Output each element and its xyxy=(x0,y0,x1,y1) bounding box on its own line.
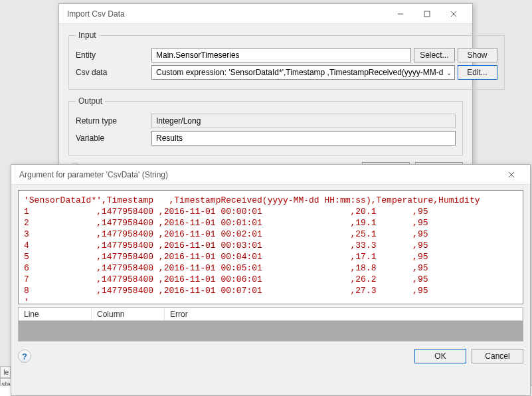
cancel-button[interactable]: Cancel xyxy=(472,349,523,363)
input-legend: Input xyxy=(76,31,99,40)
dialog-title: Argument for parameter 'CsvData' (String… xyxy=(19,170,498,179)
select-button[interactable]: Select... xyxy=(414,48,454,62)
output-fieldset: Output Return type Integer/Long Variable… xyxy=(68,96,463,155)
bg-fragment-le: le xyxy=(0,366,11,378)
rettype-field: Integer/Long xyxy=(151,114,456,128)
csvdata-argument-dialog: Argument for parameter 'CsvData' (String… xyxy=(11,164,531,396)
show-button[interactable]: Show xyxy=(458,48,497,62)
error-table-header: Line Column Error xyxy=(19,308,523,321)
chevron-down-icon: ⌄ xyxy=(444,69,452,76)
csvdata-label: Csv data xyxy=(76,68,149,77)
ok-button[interactable]: OK xyxy=(414,349,466,363)
svg-rect-1 xyxy=(424,11,430,17)
rettype-label: Return type xyxy=(76,116,149,126)
close-button[interactable] xyxy=(440,5,467,23)
col-error[interactable]: Error xyxy=(165,308,523,320)
titlebar: Import Csv Data xyxy=(59,4,472,24)
minimize-button[interactable] xyxy=(387,5,414,23)
variable-field[interactable]: Results xyxy=(151,131,456,146)
edit-button[interactable]: Edit... xyxy=(458,65,497,80)
variable-label: Variable xyxy=(76,134,149,143)
input-fieldset: Input Entity Main.SensorTimeseries Selec… xyxy=(68,31,505,90)
maximize-button[interactable] xyxy=(414,5,440,23)
entity-label: Entity xyxy=(76,50,149,60)
col-column[interactable]: Column xyxy=(92,308,165,320)
titlebar: Argument for parameter 'CsvData' (String… xyxy=(11,165,530,185)
col-line[interactable]: Line xyxy=(19,308,92,320)
close-button[interactable] xyxy=(498,165,525,184)
csvdata-value: Custom expression: 'SensorDataId*',Times… xyxy=(156,68,444,77)
error-table: Line Column Error xyxy=(18,307,523,342)
csvdata-combo[interactable]: Custom expression: 'SensorDataId*',Times… xyxy=(151,65,455,80)
import-csv-dialog: Import Csv Data Input Entity Main.Sensor… xyxy=(58,3,473,184)
csv-textarea[interactable]: 'SensorDataId*',Timestamp ,TimestampRece… xyxy=(18,190,523,304)
help-icon[interactable]: ? xyxy=(18,349,31,363)
output-legend: Output xyxy=(76,96,105,106)
dialog-title: Import Csv Data xyxy=(67,9,387,19)
entity-field[interactable]: Main.SensorTimeseries xyxy=(151,48,411,62)
